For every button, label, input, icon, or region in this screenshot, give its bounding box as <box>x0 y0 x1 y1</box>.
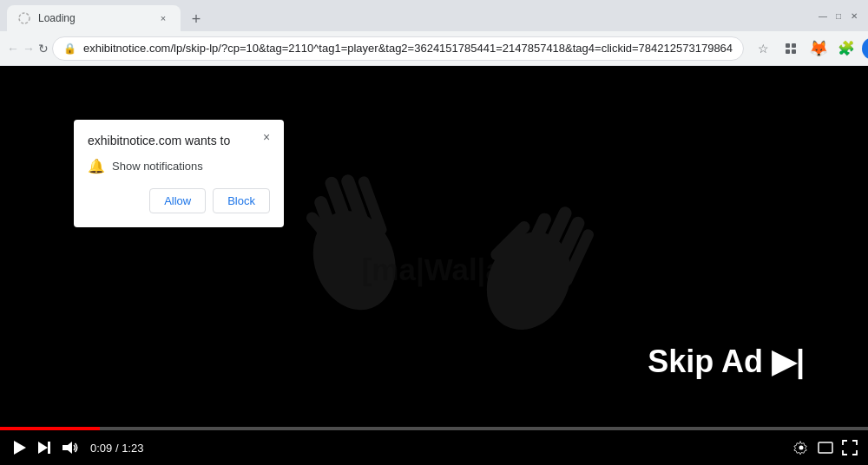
tab-favicon <box>17 11 31 25</box>
tab-title: Loading <box>38 12 149 24</box>
popup-notification-text: Show notifications <box>112 160 203 173</box>
svg-rect-2 <box>792 43 796 48</box>
tab-strip: Loading × + <box>7 0 806 31</box>
maximize-button[interactable]: □ <box>832 9 845 23</box>
url-text: exhibitnotice.com/lp/skip-lp/?cp=10&tag=… <box>83 42 733 55</box>
forward-button[interactable]: → <box>23 36 35 61</box>
profile-button[interactable]: A <box>862 37 868 60</box>
svg-point-22 <box>799 446 804 450</box>
bookmark-button[interactable]: ☆ <box>751 36 775 61</box>
puzzle-extension-icon[interactable]: 🧩 <box>834 36 858 61</box>
lock-icon: 🔒 <box>63 43 76 55</box>
svg-rect-20 <box>48 442 50 454</box>
title-bar: Loading × + — □ ✕ <box>0 0 868 31</box>
theater-mode-button[interactable] <box>818 442 833 454</box>
extensions-icon[interactable] <box>779 36 803 61</box>
svg-rect-3 <box>786 49 790 54</box>
svg-rect-4 <box>792 49 796 54</box>
back-button[interactable]: ← <box>7 36 19 61</box>
svg-point-0 <box>19 13 30 23</box>
popup-title: exhibitnotice.com wants to <box>88 134 270 147</box>
svg-marker-21 <box>62 442 72 454</box>
settings-button[interactable] <box>793 440 809 455</box>
skip-ad-button[interactable]: Skip Ad ▶| <box>623 328 829 396</box>
tab-close-button[interactable]: × <box>156 11 170 25</box>
video-controls: 0:09 / 1:23 <box>0 430 868 465</box>
next-button[interactable] <box>36 440 52 455</box>
refresh-button[interactable]: ↻ <box>38 36 49 61</box>
play-button[interactable] <box>10 439 28 456</box>
url-bar[interactable]: 🔒 exhibitnotice.com/lp/skip-lp/?cp=10&ta… <box>52 36 744 61</box>
bell-icon: 🔔 <box>88 158 105 174</box>
new-tab-button[interactable]: + <box>184 7 208 31</box>
notification-popup: × exhibitnotice.com wants to 🔔 Show noti… <box>74 120 284 227</box>
active-tab[interactable]: Loading × <box>7 5 181 31</box>
popup-close-button[interactable]: × <box>258 128 275 146</box>
browser-window: Loading × + — □ ✕ ← → ↻ 🔒 exhibitnotice.… <box>0 0 868 465</box>
fullscreen-button[interactable] <box>842 440 858 455</box>
right-controls <box>793 440 858 455</box>
popup-notification-row: 🔔 Show notifications <box>88 158 270 174</box>
time-display: 0:09 / 1:23 <box>90 442 143 455</box>
address-bar: ← → ↻ 🔒 exhibitnotice.com/lp/skip-lp/?cp… <box>0 31 868 66</box>
fox-extension-icon[interactable]: 🦊 <box>806 36 831 61</box>
svg-rect-1 <box>786 43 790 48</box>
minimize-button[interactable]: — <box>816 9 830 23</box>
block-button[interactable]: Block <box>213 188 270 213</box>
window-controls: — □ ✕ <box>816 9 861 23</box>
toolbar-icons: ☆ 🦊 🧩 A <box>751 36 868 61</box>
allow-button[interactable]: Allow <box>149 188 206 213</box>
volume-button[interactable] <box>61 439 78 456</box>
popup-buttons: Allow Block <box>88 188 270 213</box>
svg-marker-18 <box>14 441 26 455</box>
svg-marker-19 <box>38 442 48 454</box>
close-button[interactable]: ✕ <box>847 9 861 23</box>
page-content: [ma|Wal|an × exhibitnotice.com wants to … <box>0 66 868 465</box>
svg-rect-23 <box>819 442 832 453</box>
